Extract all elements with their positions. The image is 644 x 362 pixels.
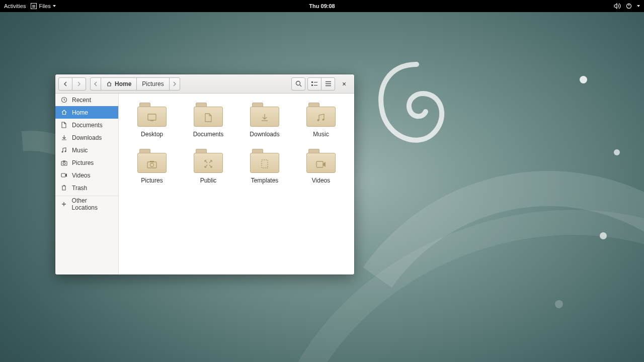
path-crumb-label: Pictures <box>142 80 164 87</box>
files-window: Home Pictures × <box>55 74 354 275</box>
path-bar: Home Pictures <box>90 77 180 90</box>
sidebar-item-label: Other Locations <box>72 197 113 211</box>
nav-buttons <box>58 77 86 90</box>
folder-icon <box>250 103 279 127</box>
sidebar-item-documents[interactable]: Documents <box>55 119 118 131</box>
video-icon <box>60 172 67 179</box>
activities-button[interactable]: Activities <box>4 3 26 9</box>
icon-grid: Desktop Documents Downloads Music <box>128 103 345 184</box>
sidebar-item-label: Downloads <box>72 134 102 141</box>
search-icon <box>295 80 302 87</box>
home-icon <box>106 81 112 87</box>
sidebar-item-other-locations[interactable]: Other Locations <box>55 198 118 210</box>
sidebar-item-label: Pictures <box>72 159 94 166</box>
folder-item-documents[interactable]: Documents <box>184 103 232 138</box>
folder-item-public[interactable]: Public <box>184 149 232 184</box>
sidebar-item-pictures[interactable]: Pictures <box>55 156 118 169</box>
folder-label: Videos <box>312 177 330 184</box>
chevron-down-icon <box>53 5 56 7</box>
folder-item-pictures[interactable]: Pictures <box>128 149 176 184</box>
sidebar-item-music[interactable]: Music <box>55 144 118 156</box>
plus-icon <box>60 201 67 208</box>
music-icon <box>60 147 67 154</box>
list-view-icon <box>311 81 318 87</box>
sidebar-item-recent[interactable]: Recent <box>55 94 118 106</box>
sidebar-item-label: Trash <box>72 185 87 192</box>
search-button[interactable] <box>291 77 305 90</box>
sidebar-item-videos[interactable]: Videos <box>55 169 118 182</box>
svg-rect-14 <box>61 161 67 165</box>
svg-rect-19 <box>150 120 153 121</box>
folder-label: Music <box>313 131 329 138</box>
bg-dot <box>580 76 587 83</box>
hamburger-menu-button[interactable] <box>321 77 335 90</box>
files-app-icon <box>31 3 37 9</box>
back-button[interactable] <box>58 77 72 90</box>
svg-point-20 <box>317 119 319 121</box>
svg-point-15 <box>63 162 65 164</box>
power-icon[interactable] <box>626 3 632 9</box>
view-menu-group <box>307 77 335 90</box>
svg-point-23 <box>150 163 154 167</box>
clock[interactable]: Thu 09:08 <box>309 3 335 9</box>
svg-rect-6 <box>311 84 313 86</box>
svg-point-12 <box>61 151 63 153</box>
svg-rect-24 <box>150 161 154 162</box>
svg-rect-22 <box>147 162 156 168</box>
sidebar-item-home[interactable]: Home <box>55 106 118 119</box>
folder-label: Desktop <box>141 131 163 138</box>
folder-item-desktop[interactable]: Desktop <box>128 103 176 138</box>
trash-icon <box>60 185 67 192</box>
svg-point-2 <box>296 81 300 85</box>
folder-icon <box>250 149 279 173</box>
folder-label: Downloads <box>250 131 279 138</box>
clock-icon <box>60 97 67 104</box>
close-button[interactable]: × <box>337 77 351 90</box>
svg-rect-25 <box>262 160 268 168</box>
hamburger-icon <box>325 81 332 86</box>
svg-rect-7 <box>314 85 317 85</box>
svg-rect-16 <box>63 160 65 161</box>
sidebar: Recent Home Documents Downloads Music Pi… <box>55 94 119 275</box>
chevron-down-icon <box>637 5 640 7</box>
path-next-button[interactable] <box>169 77 180 90</box>
folder-icon <box>137 103 167 127</box>
folder-label: Pictures <box>141 177 163 184</box>
folder-icon <box>194 149 223 173</box>
folder-item-videos[interactable]: Videos <box>297 149 345 184</box>
folder-item-templates[interactable]: Templates <box>240 149 289 184</box>
gnome-top-bar: Activities Files Thu 09:08 <box>0 0 644 12</box>
document-icon <box>60 122 67 129</box>
path-crumb-home[interactable]: Home <box>101 77 137 90</box>
app-menu[interactable]: Files <box>31 3 55 9</box>
folder-label: Documents <box>193 131 224 138</box>
folder-item-downloads[interactable]: Downloads <box>240 103 289 138</box>
headerbar: Home Pictures × <box>55 74 354 94</box>
content-area[interactable]: Desktop Documents Downloads Music <box>119 94 354 275</box>
folder-icon <box>194 103 223 127</box>
sidebar-item-label: Music <box>72 147 88 154</box>
sidebar-item-label: Recent <box>72 97 91 104</box>
camera-icon <box>60 159 67 166</box>
folder-item-music[interactable]: Music <box>297 103 345 138</box>
view-toggle-button[interactable] <box>307 77 321 90</box>
folder-icon <box>306 103 336 127</box>
sidebar-item-trash[interactable]: Trash <box>55 182 118 194</box>
path-crumb-pictures[interactable]: Pictures <box>136 77 169 90</box>
sidebar-item-label: Documents <box>72 122 103 129</box>
home-icon <box>60 109 67 116</box>
folder-label: Templates <box>251 177 279 184</box>
path-prev-button[interactable] <box>90 77 101 90</box>
sidebar-separator <box>55 196 118 196</box>
debian-swirl-icon <box>376 59 457 160</box>
sidebar-item-downloads[interactable]: Downloads <box>55 131 118 144</box>
folder-label: Public <box>200 177 217 184</box>
volume-icon[interactable] <box>614 3 621 9</box>
svg-line-3 <box>299 85 301 87</box>
close-icon: × <box>342 80 346 88</box>
svg-rect-26 <box>316 161 323 167</box>
svg-rect-5 <box>314 82 317 82</box>
forward-button[interactable] <box>72 77 86 90</box>
bg-dot <box>614 149 620 155</box>
svg-point-21 <box>323 119 325 121</box>
